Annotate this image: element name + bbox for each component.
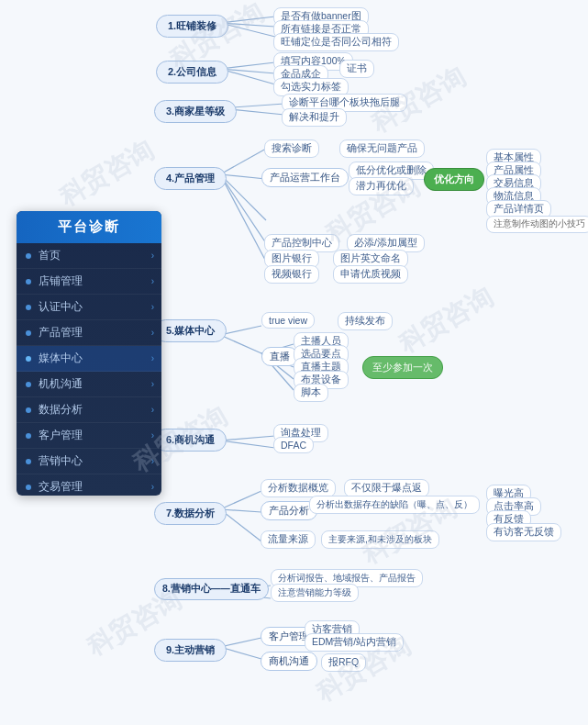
s9-b1: 报RFQ <box>321 653 366 672</box>
sidebar-dot <box>26 330 31 336</box>
s4-note: 注意制作动图的小技巧 <box>486 216 588 233</box>
sidebar-arrow: › <box>151 276 154 286</box>
sidebar-dot <box>26 305 31 310</box>
s7-traffic-sub: 主要来源,和未涉及的板块 <box>321 530 439 549</box>
sidebar-dot <box>26 459 31 464</box>
sidebar-item-shop[interactable]: 店铺管理 › <box>17 269 161 295</box>
sidebar-dot <box>26 485 31 490</box>
s4-ops-sub2: 潜力再优化 <box>349 177 414 195</box>
section7-label: 7.数据分析 <box>154 502 227 525</box>
sidebar-label-shop: 店铺管理 <box>39 273 83 289</box>
s7-traffic: 流量来源 <box>261 530 316 549</box>
sidebar-dot <box>26 382 31 387</box>
sidebar-label-cert: 认证中心 <box>39 299 83 315</box>
sidebar-arrow: › <box>151 251 154 261</box>
s4-search-sub: 确保无问题产品 <box>339 139 425 158</box>
s6-item2: DFAC <box>273 437 314 453</box>
sidebar-dot <box>26 253 31 259</box>
section6-label: 6.商机沟通 <box>154 429 227 452</box>
sidebar-item-data[interactable]: 数据分析 › <box>17 397 161 423</box>
s4-vid-sub: 申请优质视频 <box>333 265 408 284</box>
sidebar-label-home: 首页 <box>39 248 61 263</box>
sidebar-label-customer: 客户管理 <box>39 428 83 443</box>
s9-biz: 商机沟通 <box>261 652 317 671</box>
sidebar-label-comms: 机机沟通 <box>39 376 83 392</box>
sidebar-label-marketing: 营销中心 <box>39 453 83 469</box>
s5-tv: true view <box>261 312 315 329</box>
s5-live-5: 脚本 <box>294 384 328 402</box>
sidebar-item-cert[interactable]: 认证中心 › <box>17 295 161 320</box>
sidebar-dot <box>26 407 31 413</box>
s5-highlight: 至少参加一次 <box>362 356 443 379</box>
s3-item2: 解决和提升 <box>282 108 347 127</box>
s7-leaf4: 有访客无反馈 <box>486 523 561 541</box>
section2-label: 2.公司信息 <box>156 61 228 84</box>
section3-label: 3.商家星等级 <box>154 100 237 123</box>
sidebar-item-customer[interactable]: 客户管理 › <box>17 423 161 449</box>
sidebar-item-home[interactable]: 首页 › <box>17 243 161 269</box>
sidebar-dot <box>26 433 31 439</box>
s1-item3: 旺铺定位是否同公司相符 <box>273 33 399 51</box>
s9-c2: EDM营销/站内营销 <box>305 633 404 652</box>
sidebar-label-media: 媒体中心 <box>39 351 83 366</box>
s5-live: 直播 <box>261 347 298 366</box>
s4-vid: 视频银行 <box>264 265 319 284</box>
s5-tv-sub: 持续发布 <box>338 312 393 330</box>
sidebar-label-trade: 交易管理 <box>39 479 83 495</box>
s4-search: 搜索诊断 <box>264 139 319 158</box>
s4-ops: 产品运营工作台 <box>261 168 349 187</box>
section9-label: 9.主动营销 <box>154 639 227 662</box>
sidebar-arrow: › <box>151 328 154 338</box>
sidebar-item-media[interactable]: 媒体中心 › <box>17 346 161 372</box>
sidebar-arrow: › <box>151 302 154 312</box>
sidebar-arrow: › <box>151 405 154 415</box>
sidebar-label-product: 产品管理 <box>39 325 83 340</box>
sidebar-arrow: › <box>151 456 154 466</box>
sidebar-arrow: › <box>151 353 154 363</box>
sidebar-label-data: 数据分析 <box>39 402 83 418</box>
s2-cert: 证书 <box>339 60 374 78</box>
sidebar-title: 平台诊断 <box>17 211 161 243</box>
s7-overview-sub: 不仅限于爆点返 <box>344 479 429 497</box>
section1-label: 1.旺铺装修 <box>156 15 228 38</box>
sidebar-dot <box>26 279 31 284</box>
sidebar-dot-active <box>26 356 31 362</box>
section5-label: 5.媒体中心 <box>154 319 227 342</box>
sidebar-item-marketing[interactable]: 营销中心 › <box>17 449 161 474</box>
sidebar: 平台诊断 首页 › 店铺管理 › 认证中心 › 产品管理 › 媒体中心 › 机机… <box>17 211 161 496</box>
sidebar-item-comms[interactable]: 机机沟通 › <box>17 372 161 397</box>
section4-label: 4.产品管理 <box>154 167 227 190</box>
sidebar-arrow: › <box>151 430 154 441</box>
sidebar-arrow: › <box>151 379 154 389</box>
sidebar-item-trade[interactable]: 交易管理 › <box>17 474 161 496</box>
s7-overview: 分析数据概览 <box>261 479 336 497</box>
s8-item2: 注意营销能力等级 <box>271 584 359 602</box>
s4-highlight: 优化方向 <box>424 168 484 191</box>
section8-label: 8.营销中心——直通车 <box>154 578 269 600</box>
sidebar-item-product[interactable]: 产品管理 › <box>17 320 161 346</box>
s7-product-sub: 分析出数据存在的缺陷（曝、点、反） <box>309 496 480 514</box>
sidebar-arrow: › <box>151 482 154 492</box>
